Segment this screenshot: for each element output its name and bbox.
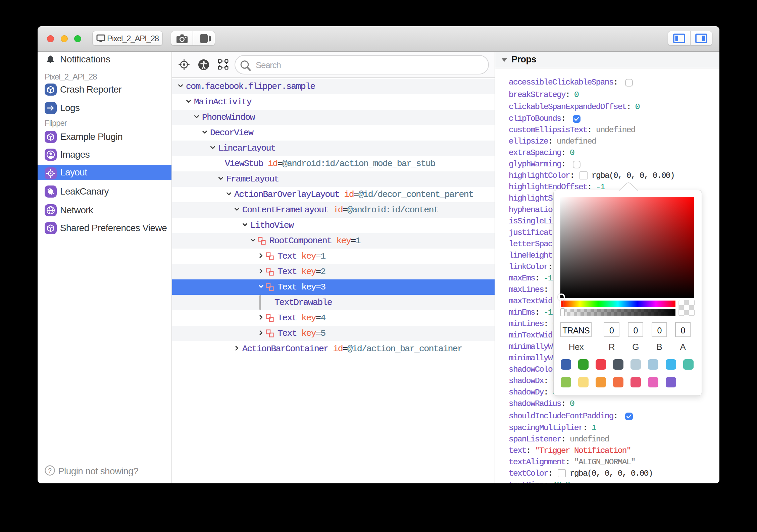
svg-text:?: ?	[48, 467, 52, 474]
